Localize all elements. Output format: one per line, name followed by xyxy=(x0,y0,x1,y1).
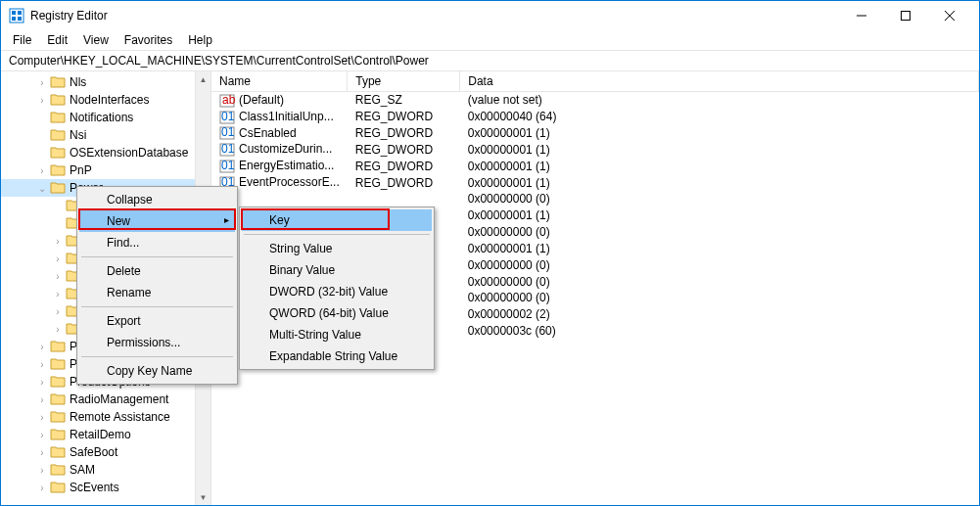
value-row[interactable]: 011CsEnabledREG_DWORD0x00000001 (1) xyxy=(211,125,979,142)
caret-none xyxy=(52,200,64,211)
tree-item-sam[interactable]: ›SAM xyxy=(1,461,210,479)
menu-separator xyxy=(244,234,430,235)
caret-right-icon[interactable]: › xyxy=(36,446,48,458)
folder-icon xyxy=(50,181,66,195)
caret-right-icon[interactable]: › xyxy=(36,358,48,370)
caret-right-icon[interactable]: › xyxy=(36,164,48,176)
svg-text:011: 011 xyxy=(221,160,235,172)
value-data: 0x00000000 (0) xyxy=(460,224,979,241)
window-controls xyxy=(839,1,971,30)
menu-edit[interactable]: Edit xyxy=(39,31,75,49)
value-data: 0x00000040 (64) xyxy=(460,109,979,125)
caret-none xyxy=(36,129,48,141)
menu-item-permissions-[interactable]: Permissions... xyxy=(79,332,235,353)
value-type: REG_DWORD xyxy=(348,174,460,191)
tree-item-label: Nsi xyxy=(70,128,86,142)
scroll-up-icon[interactable]: ▲ xyxy=(196,71,210,87)
tree-item-nsi[interactable]: Nsi xyxy=(1,126,210,144)
value-data: 0x00000001 (1) xyxy=(460,141,979,158)
menu-item-find-[interactable]: Find... xyxy=(79,232,235,253)
menu-item-delete[interactable]: Delete xyxy=(79,260,235,282)
value-row[interactable]: 011Class1InitialUnp...REG_DWORD0x0000004… xyxy=(211,109,979,125)
menu-item-rename[interactable]: Rename xyxy=(79,282,235,303)
caret-right-icon[interactable]: › xyxy=(36,464,48,476)
column-name[interactable]: Name xyxy=(211,71,348,92)
tree-item-label: SAM xyxy=(70,463,95,477)
caret-right-icon[interactable]: › xyxy=(36,376,48,388)
menubar: File Edit View Favorites Help xyxy=(1,30,979,50)
menu-help[interactable]: Help xyxy=(180,31,220,49)
caret-right-icon[interactable]: › xyxy=(52,253,64,264)
folder-icon xyxy=(50,146,66,160)
menu-item-qword-64-bit-value[interactable]: QWORD (64-bit) Value xyxy=(242,302,432,324)
caret-right-icon[interactable]: › xyxy=(52,235,64,247)
value-data: 0x00000002 (2) xyxy=(460,306,979,323)
value-row[interactable]: ab(Default)REG_SZ(value not set) xyxy=(211,92,979,109)
caret-right-icon[interactable]: › xyxy=(36,393,48,405)
folder-icon xyxy=(50,340,66,353)
close-button[interactable] xyxy=(927,1,971,30)
value-type: REG_DWORD xyxy=(348,158,460,174)
tree-item-pnp[interactable]: ›PnP xyxy=(1,161,210,179)
caret-right-icon[interactable]: › xyxy=(52,288,64,299)
caret-right-icon[interactable]: › xyxy=(36,94,48,106)
caret-right-icon[interactable]: › xyxy=(52,323,64,335)
dword-value-icon: 011 xyxy=(219,111,235,124)
tree-item-label: RadioManagement xyxy=(70,392,168,406)
value-row[interactable]: 011EventProcessorE...REG_DWORD0x00000001… xyxy=(211,174,979,191)
caret-right-icon[interactable]: › xyxy=(36,482,48,493)
tree-item-scevents[interactable]: ›ScEvents xyxy=(1,479,210,496)
value-row[interactable]: 0110x00000000 (0) xyxy=(211,191,979,207)
address-bar[interactable]: Computer\HKEY_LOCAL_MACHINE\SYSTEM\Curre… xyxy=(1,50,979,71)
menu-item-new[interactable]: New xyxy=(79,210,235,232)
address-text: Computer\HKEY_LOCAL_MACHINE\SYSTEM\Curre… xyxy=(9,54,429,68)
tree-item-nodeinterfaces[interactable]: ›NodeInterfaces xyxy=(1,91,210,109)
folder-icon xyxy=(50,163,66,177)
tree-item-osextensiondatabase[interactable]: OSExtensionDatabase xyxy=(1,144,210,161)
caret-right-icon[interactable]: › xyxy=(36,411,48,423)
caret-right-icon[interactable]: › xyxy=(52,270,64,282)
value-row[interactable]: 011CustomizeDurin...REG_DWORD0x00000001 … xyxy=(211,141,979,158)
new-submenu[interactable]: KeyString ValueBinary ValueDWORD (32-bit… xyxy=(239,207,435,370)
tree-item-nls[interactable]: ›Nls xyxy=(1,73,210,91)
menu-file[interactable]: File xyxy=(5,31,39,49)
caret-right-icon[interactable]: › xyxy=(36,429,48,440)
menu-item-binary-value[interactable]: Binary Value xyxy=(242,259,432,281)
menu-view[interactable]: View xyxy=(75,31,117,49)
tree-item-label: RetailDemo xyxy=(70,428,131,441)
value-data: 0x00000001 (1) xyxy=(460,207,979,224)
tree-context-menu[interactable]: CollapseNewFind...DeleteRenameExportPerm… xyxy=(76,186,238,385)
minimize-button[interactable] xyxy=(839,1,883,30)
caret-down-icon[interactable]: ⌄ xyxy=(36,182,48,194)
column-type[interactable]: Type xyxy=(348,71,460,92)
dword-value-icon: 011 xyxy=(219,126,235,140)
tree-item-remote-assistance[interactable]: ›Remote Assistance xyxy=(1,408,210,426)
menu-item-export[interactable]: Export xyxy=(79,310,235,332)
menu-item-string-value[interactable]: String Value xyxy=(242,238,432,259)
svg-text:011: 011 xyxy=(221,143,235,156)
value-data: (value not set) xyxy=(460,92,979,109)
tree-item-notifications[interactable]: Notifications xyxy=(1,109,210,126)
column-data[interactable]: Data xyxy=(460,71,979,92)
maximize-button[interactable] xyxy=(883,1,927,30)
folder-icon xyxy=(50,111,66,124)
menu-favorites[interactable]: Favorites xyxy=(117,31,180,49)
value-row[interactable]: 011EnergyEstimatio...REG_DWORD0x00000001… xyxy=(211,158,979,174)
caret-none xyxy=(36,112,48,123)
scroll-down-icon[interactable]: ▼ xyxy=(196,489,210,505)
menu-item-collapse[interactable]: Collapse xyxy=(79,189,235,210)
menu-item-copy-key-name[interactable]: Copy Key Name xyxy=(79,360,235,382)
menu-item-dword-32-bit-value[interactable]: DWORD (32-bit) Value xyxy=(242,281,432,302)
tree-item-radiomanagement[interactable]: ›RadioManagement xyxy=(1,391,210,408)
menu-item-multi-string-value[interactable]: Multi-String Value xyxy=(242,324,432,345)
caret-right-icon[interactable]: › xyxy=(36,341,48,352)
folder-icon xyxy=(50,75,66,89)
menu-item-key[interactable]: Key xyxy=(242,209,432,231)
caret-right-icon[interactable]: › xyxy=(52,305,64,317)
tree-item-safeboot[interactable]: ›SafeBoot xyxy=(1,443,210,461)
menu-item-expandable-string-value[interactable]: Expandable String Value xyxy=(242,345,432,367)
svg-text:ab: ab xyxy=(222,94,235,107)
caret-right-icon[interactable]: › xyxy=(36,76,48,88)
tree-item-retaildemo[interactable]: ›RetailDemo xyxy=(1,426,210,443)
caret-none xyxy=(52,217,64,229)
